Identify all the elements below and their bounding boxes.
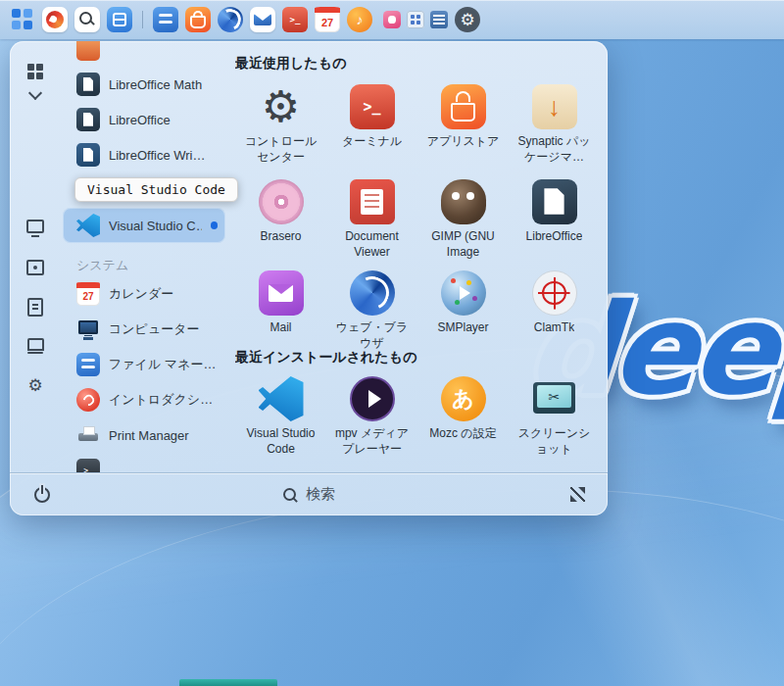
app-tile-label: Brasero [260,229,301,245]
category-graphics-icon[interactable] [26,259,44,276]
app-tile-brasero[interactable]: Brasero [235,179,326,270]
app-list-label: カレンダー [109,285,173,303]
web-browser-icon [350,270,395,316]
multitasking-view-icon[interactable] [107,7,132,32]
view-toggle-grid-icon[interactable] [26,63,44,80]
app-list-item-introduction[interactable]: イントロダクシ… [63,382,225,417]
calendar-icon[interactable]: 27 [315,7,340,32]
terminal-icon [350,84,395,129]
clamtk-icon [532,270,577,316]
app-tile-label: コントロールセンター [242,134,320,165]
control-center-gear-icon[interactable] [455,7,480,32]
wallpaper-accent-strip [179,679,277,686]
expand-icon [570,487,585,502]
app-tile-label: スクリーンショット [515,426,594,457]
search-icon [282,487,298,503]
calendar-day: 27 [315,13,340,32]
power-icon [32,485,52,505]
app-list-item-visual-studio-code[interactable]: Visual Studio C… [63,208,225,243]
app-list-item-libreoffice-math[interactable]: LibreOffice Math [63,67,225,102]
app-list-item-partial-bottom[interactable] [63,453,225,472]
mail-icon[interactable] [250,7,275,32]
app-tile-screenshot[interactable]: スクリーンショット [509,376,600,457]
app-tile-web-browser[interactable]: ウェブ・ブラウザ [326,270,417,349]
app-tile-app-store[interactable]: アプリストア [417,84,509,179]
app-list-item-calendar[interactable]: 27 カレンダー [63,276,225,312]
music-icon[interactable] [347,7,372,32]
app-list-label: Print Manager [109,428,189,443]
app-tile-label: アプリストア [427,134,500,150]
terminal-icon[interactable] [282,7,308,32]
launcher-panel: LibreOffice Math LibreOffice LibreOffice… [10,41,608,515]
app-list-item-libreoffice-writer[interactable]: LibreOffice Wri… [63,137,225,172]
app-tile-mail[interactable]: Mail [235,270,326,349]
tray-pink-icon[interactable] [383,11,401,28]
app-tile-label: ClamTk [534,320,574,336]
category-development-icon[interactable] [26,337,44,355]
terminal-dark-icon [76,459,100,472]
app-tile-vscode[interactable]: Visual Studio Code [235,376,326,457]
system-tray [383,11,448,28]
grand-search-icon[interactable] [74,7,100,32]
category-rail [10,41,61,472]
app-list-item-libreoffice[interactable]: LibreOffice [63,102,225,137]
app-tile-mpv[interactable]: mpv メディアプレーヤー [326,376,417,457]
smplayer-icon [441,270,486,316]
deepin-logo-icon[interactable] [42,7,68,32]
app-list-section-header: システム [61,255,235,276]
app-tile-clamtk[interactable]: ClamTk [509,270,600,349]
vscode-icon [259,376,304,421]
category-internet-icon[interactable] [26,220,44,237]
app-partial-icon [76,41,100,61]
app-tile-label: LibreOffice [526,229,583,245]
web-browser-icon[interactable] [218,7,243,32]
launcher-grid-icon[interactable] [10,7,35,32]
tooltip: Visual Studio Code [74,177,238,202]
power-button[interactable] [25,478,59,512]
app-list-item-file-manager[interactable]: ファイル マネー… [63,347,225,382]
app-tile-gimp[interactable]: GIMP (GNU Image Manip… [417,179,509,270]
file-manager-icon [76,353,100,376]
mpv-icon [350,376,395,421]
tray-grid-icon[interactable] [407,11,424,28]
app-tile-document-viewer[interactable]: Document Viewer [326,179,417,270]
recent-used-grid: コントロールセンター ターミナル アプリストア Synaptic パッケージマ…… [235,73,608,349]
category-system-icon[interactable] [26,376,44,394]
computer-icon [76,318,100,341]
calendar-icon: 27 [76,282,100,306]
app-store-icon [441,84,486,129]
libreoffice-math-icon [76,73,100,96]
launcher-bottom-bar: 検索 [10,472,608,515]
app-tile-control-center[interactable]: コントロールセンター [235,84,326,179]
fullscreen-toggle-button[interactable] [563,480,592,510]
app-list-item-print-manager[interactable]: Print Manager [63,417,225,453]
search-input[interactable]: 検索 [282,485,335,504]
category-office-icon[interactable] [26,298,44,316]
app-list-item-computer[interactable]: コンピューター [63,312,225,347]
tray-keyboard-icon[interactable] [430,11,448,28]
app-tile-label: SMPlayer [437,320,488,336]
launcher-panel-body: LibreOffice Math LibreOffice LibreOffice… [10,41,608,472]
libreoffice-icon [532,179,577,224]
section-title-recent-installed: 最近インストールされたもの [235,349,608,367]
vscode-icon [76,214,100,237]
app-tile-mozc[interactable]: Mozc の設定 [417,376,509,457]
app-tile-label: Synaptic パッケージマ… [515,134,594,165]
app-tile-synaptic[interactable]: Synaptic パッケージマ… [509,84,600,179]
app-tile-label: Document Viewer [333,229,412,260]
chevron-down-icon[interactable] [26,86,44,104]
app-list-item-partial-top[interactable] [63,41,225,67]
dock-divider [142,11,143,28]
app-store-icon[interactable] [185,7,211,32]
file-manager-icon[interactable] [153,7,178,32]
app-tile-libreoffice[interactable]: LibreOffice [509,179,600,270]
app-tile-smplayer[interactable]: SMPlayer [417,270,509,349]
synaptic-icon [532,84,577,129]
app-tile-terminal[interactable]: ターミナル [326,84,417,179]
recent-installed-grid: Visual Studio Code mpv メディアプレーヤー Mozc の設… [235,367,608,457]
section-title-recent-used: 最近使用したもの [235,55,608,73]
app-list-label: Visual Studio C… [109,219,202,233]
app-list-label: LibreOffice Wri… [109,148,206,163]
app-tile-label: Mail [270,320,291,336]
app-tile-label: mpv メディアプレーヤー [333,426,412,457]
